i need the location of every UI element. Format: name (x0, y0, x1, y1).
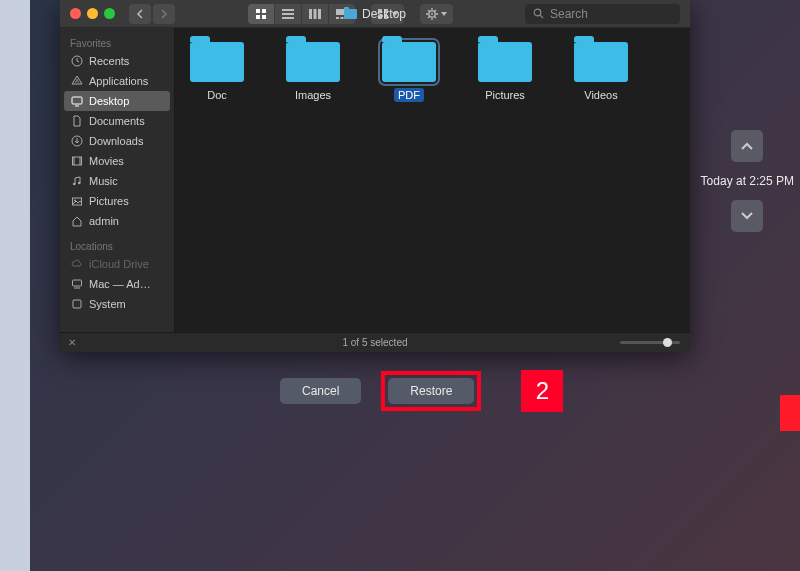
close-window-button[interactable] (70, 8, 81, 19)
mac-icon (70, 278, 83, 291)
folder-item[interactable]: Videos (569, 42, 633, 102)
svg-rect-34 (72, 280, 81, 286)
svg-rect-3 (262, 15, 266, 19)
nav-buttons (129, 4, 175, 24)
svg-rect-8 (313, 9, 316, 19)
svg-rect-4 (282, 9, 294, 11)
timemachine-timestamp: Today at 2:25 PM (701, 174, 794, 188)
svg-rect-6 (282, 17, 294, 19)
folder-icon (286, 42, 340, 82)
svg-rect-36 (73, 300, 81, 308)
svg-rect-9 (318, 9, 321, 19)
status-text: 1 of 5 selected (342, 337, 407, 348)
chevron-right-icon (160, 9, 168, 19)
chevron-down-icon (441, 12, 447, 16)
sidebar-item-label: iCloud Drive (89, 258, 149, 270)
svg-point-31 (77, 182, 80, 185)
sidebar-header-locations: Locations (60, 237, 174, 254)
sidebar-item-label: Downloads (89, 135, 143, 147)
sidebar-item-label: admin (89, 215, 119, 227)
annotation-highlight: Restore (381, 371, 481, 411)
search-icon (533, 8, 544, 19)
restore-button[interactable]: Restore (388, 378, 474, 404)
sidebar-item-applications[interactable]: A Applications (60, 71, 174, 91)
folder-item[interactable]: Doc (185, 42, 249, 102)
cancel-button[interactable]: Cancel (280, 378, 361, 404)
sidebar-item-label: System (89, 298, 126, 310)
folder-item[interactable]: PDF (377, 42, 441, 102)
search-placeholder: Search (550, 7, 588, 21)
grid-icon (255, 8, 267, 20)
sidebar-item-music[interactable]: Music (60, 171, 174, 191)
column-view-button[interactable] (302, 4, 328, 24)
sidebar-item-documents[interactable]: Documents (60, 111, 174, 131)
svg-rect-11 (336, 17, 339, 19)
annotation-side-tab (780, 395, 800, 431)
sidebar-item-label: Recents (89, 55, 129, 67)
list-view-button[interactable] (275, 4, 301, 24)
downloads-icon (70, 135, 83, 148)
sidebar-header-favorites: Favorites (60, 34, 174, 51)
folder-item[interactable]: Images (281, 42, 345, 102)
back-button[interactable] (129, 4, 151, 24)
button-label: Restore (410, 384, 452, 398)
icon-view-button[interactable] (248, 4, 274, 24)
folder-item[interactable]: Pictures (473, 42, 537, 102)
columns-icon (309, 9, 321, 19)
svg-point-20 (534, 9, 541, 16)
sidebar-item-recents[interactable]: Recents (60, 51, 174, 71)
timemachine-down-button[interactable] (731, 200, 763, 232)
sidebar-item-pictures[interactable]: Pictures (60, 191, 174, 211)
finder-window: Desktop Search Favorites Recents A Appli… (60, 0, 690, 352)
zoom-window-button[interactable] (104, 8, 115, 19)
zoom-slider[interactable] (620, 341, 680, 344)
svg-rect-7 (309, 9, 312, 19)
clock-icon (70, 55, 83, 68)
music-icon (70, 175, 83, 188)
sidebar-item-system[interactable]: System (60, 294, 174, 314)
window-controls (70, 8, 115, 19)
sidebar-item-movies[interactable]: Movies (60, 151, 174, 171)
forward-button[interactable] (153, 4, 175, 24)
sidebar: Favorites Recents A Applications Desktop… (60, 28, 175, 332)
sidebar-item-icloud[interactable]: iCloud Drive (60, 254, 174, 274)
page-margin (0, 0, 30, 571)
chevron-down-icon (741, 212, 753, 220)
titlebar: Desktop Search (60, 0, 690, 28)
chevron-left-icon (136, 9, 144, 19)
sidebar-item-mac[interactable]: Mac — Ad… (60, 274, 174, 294)
svg-rect-1 (262, 9, 266, 13)
minimize-window-button[interactable] (87, 8, 98, 19)
sidebar-item-label: Desktop (89, 95, 129, 107)
button-label: Cancel (302, 384, 339, 398)
timemachine-nav: Today at 2:25 PM (701, 130, 794, 232)
svg-rect-24 (72, 97, 82, 104)
list-icon (282, 9, 294, 19)
sidebar-item-label: Mac — Ad… (89, 278, 151, 290)
gear-icon (426, 8, 438, 20)
disk-icon (70, 298, 83, 311)
status-bar: ✕ 1 of 5 selected (60, 332, 690, 352)
icon-grid: Doc Images PDF Pictures Videos (185, 42, 680, 102)
sidebar-item-label: Documents (89, 115, 145, 127)
timemachine-up-button[interactable] (731, 130, 763, 162)
icloud-icon (70, 258, 83, 271)
apps-icon: A (70, 75, 83, 88)
search-field[interactable]: Search (525, 4, 680, 24)
svg-rect-12 (340, 17, 343, 19)
pictures-icon (70, 195, 83, 208)
sidebar-item-desktop[interactable]: Desktop (64, 91, 170, 111)
folder-icon (478, 42, 532, 82)
sidebar-item-downloads[interactable]: Downloads (60, 131, 174, 151)
folder-label: PDF (394, 88, 424, 102)
folder-icon (190, 42, 244, 82)
folder-content[interactable]: Doc Images PDF Pictures Videos (175, 28, 690, 332)
dialog-buttons: Cancel Restore 2 (280, 370, 563, 412)
documents-icon (70, 115, 83, 128)
window-title: Desktop (344, 7, 406, 21)
action-menu[interactable] (420, 4, 453, 24)
sidebar-item-admin[interactable]: admin (60, 211, 174, 231)
close-icon[interactable]: ✕ (68, 337, 76, 348)
svg-rect-5 (282, 13, 294, 15)
svg-rect-0 (256, 9, 260, 13)
